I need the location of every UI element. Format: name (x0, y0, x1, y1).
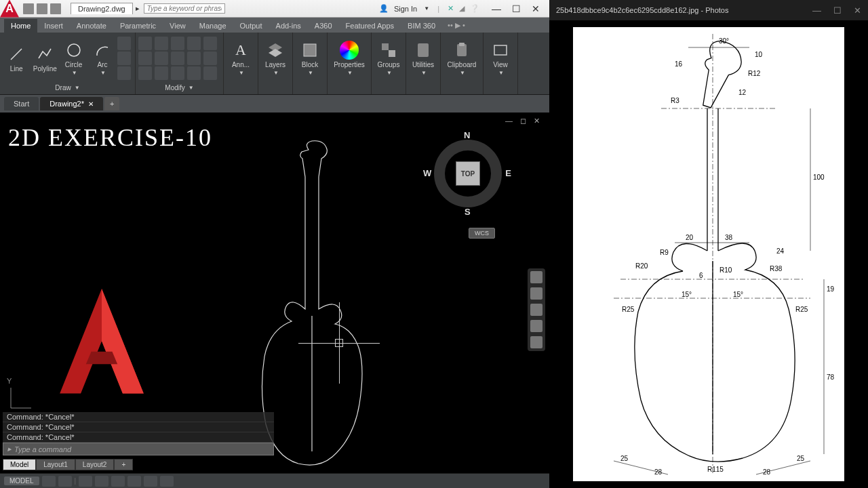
tab-home[interactable]: Home (4, 19, 37, 33)
open-icon[interactable] (37, 3, 47, 14)
text-button[interactable]: AAnn...▼ (226, 35, 255, 82)
svg-text:R3: R3 (671, 97, 679, 104)
photos-maximize[interactable]: ☐ (833, 5, 842, 16)
viewcube-e[interactable]: E (505, 168, 511, 178)
tab-a360[interactable]: A360 (308, 19, 339, 33)
grid-icon[interactable] (42, 476, 56, 487)
polyline-button[interactable]: Polyline (31, 35, 58, 82)
maximize-button[interactable]: ☐ (512, 3, 521, 14)
photos-titlebar: 25b418dbbce9c4b2c6ec6295cdd8e162.jpg - P… (549, 0, 868, 20)
doc-tab-start[interactable]: Start (4, 97, 39, 110)
ortho-icon[interactable] (79, 476, 92, 487)
layout-model[interactable]: Model (3, 459, 36, 470)
line-button[interactable]: Line (3, 35, 30, 82)
close-tab-icon[interactable]: ✕ (88, 100, 94, 108)
snap-icon[interactable] (58, 476, 72, 487)
view-button[interactable]: View▼ (486, 35, 515, 82)
polar-icon[interactable] (95, 476, 108, 487)
layout-2[interactable]: Layout2 (75, 459, 115, 470)
hatch-icon[interactable] (117, 66, 131, 80)
scale-icon[interactable] (155, 66, 168, 80)
viewcube[interactable]: TOP N S E W (427, 133, 509, 214)
help-icon[interactable]: ❔ (470, 4, 479, 13)
autodesk-icon[interactable]: ◢ (459, 4, 465, 13)
doc-tab-drawing2[interactable]: Drawing2*✕ (40, 97, 103, 110)
transparency-icon[interactable] (160, 476, 174, 487)
viewport-controls[interactable]: — ◻ ✕ (505, 117, 542, 125)
photos-minimize[interactable]: — (812, 5, 821, 16)
signin-button[interactable]: Sign In (394, 5, 417, 13)
break-icon[interactable] (203, 66, 217, 80)
block-button[interactable]: Block▼ (296, 35, 324, 82)
offset-icon[interactable] (203, 52, 217, 65)
fillet-icon[interactable] (171, 52, 184, 65)
osnap-icon[interactable] (111, 476, 125, 487)
arc-button[interactable]: Arc▼ (89, 35, 116, 82)
exchange-icon[interactable]: ✕ (448, 4, 454, 13)
command-area: Command: *Cancel* Command: *Cancel* Comm… (3, 412, 274, 455)
explode-icon[interactable] (187, 52, 201, 65)
new-tab-button[interactable]: + (104, 97, 119, 110)
otrack-icon[interactable] (127, 476, 141, 487)
tab-addins[interactable]: Add-ins (269, 19, 308, 33)
command-input[interactable]: ▸ Type a command (3, 443, 274, 455)
steering-wheel-icon[interactable] (530, 271, 542, 283)
navigation-bar[interactable] (528, 268, 545, 351)
search-input[interactable] (144, 3, 225, 14)
rect-icon[interactable] (117, 37, 131, 50)
move-icon[interactable] (138, 37, 152, 50)
extend-icon[interactable] (203, 37, 217, 50)
photos-canvas[interactable]: 30° 10 R12 16 12 R3 100 20 38 R9 R10 R38… (549, 20, 868, 488)
svg-text:38: 38 (725, 234, 733, 241)
tab-output[interactable]: Output (233, 19, 269, 33)
mirror-icon[interactable] (155, 52, 168, 65)
tab-manage[interactable]: Manage (193, 19, 233, 33)
svg-text:100: 100 (813, 174, 825, 181)
zoom-icon[interactable] (530, 304, 542, 316)
viewcube-n[interactable]: N (464, 130, 470, 140)
svg-text:78: 78 (827, 373, 835, 381)
rotate-icon[interactable] (155, 37, 168, 50)
clipboard-button[interactable]: Clipboard▼ (443, 35, 480, 82)
lweight-icon[interactable] (144, 476, 157, 487)
layout-add[interactable]: + (114, 459, 133, 470)
trim-icon[interactable] (171, 37, 184, 50)
tab-parametric[interactable]: Parametric (113, 19, 163, 33)
save-icon[interactable] (50, 3, 61, 14)
showmotion-icon[interactable] (530, 336, 542, 348)
tab-view[interactable]: View (163, 19, 193, 33)
viewcube-w[interactable]: W (423, 168, 431, 178)
quick-access-toolbar (19, 3, 65, 14)
align-icon[interactable] (187, 66, 201, 80)
svg-text:25: 25 (797, 455, 805, 462)
status-model[interactable]: MODEL (4, 476, 39, 485)
properties-button[interactable]: Properties▼ (330, 35, 368, 82)
pan-icon[interactable] (530, 287, 542, 300)
signin-icon[interactable]: 👤 (379, 4, 389, 13)
photos-close[interactable]: ✕ (854, 5, 861, 16)
tab-annotate[interactable]: Annotate (70, 19, 113, 33)
layers-button[interactable]: Layers▼ (261, 35, 290, 82)
layout-1[interactable]: Layout1 (36, 459, 75, 470)
utilities-button[interactable]: Utilities▼ (409, 35, 437, 82)
wcs-badge[interactable]: WCS (469, 228, 495, 239)
close-button[interactable]: ✕ (532, 3, 540, 14)
drawing-canvas[interactable]: — ◻ ✕ 2D EXERCISE-10 TOP N S E W WCS (0, 113, 549, 473)
minimize-button[interactable]: — (492, 3, 501, 14)
groups-button[interactable]: Groups▼ (374, 35, 403, 82)
stretch-icon[interactable] (138, 66, 152, 80)
new-icon[interactable] (23, 3, 34, 14)
array-icon[interactable] (171, 66, 184, 80)
circle-button[interactable]: Circle▼ (60, 35, 87, 82)
orbit-icon[interactable] (530, 320, 542, 332)
viewcube-top[interactable]: TOP (456, 161, 480, 186)
ellipse-icon[interactable] (117, 52, 131, 65)
erase-icon[interactable] (187, 37, 201, 50)
tab-insert[interactable]: Insert (37, 19, 70, 33)
autocad-app-icon[interactable]: A (0, 0, 19, 18)
tab-featured[interactable]: Featured Apps (339, 19, 401, 33)
viewcube-s[interactable]: S (465, 207, 471, 217)
svg-rect-3 (382, 43, 389, 50)
tab-bim360[interactable]: BIM 360 (401, 19, 442, 33)
copy-icon[interactable] (138, 52, 152, 65)
